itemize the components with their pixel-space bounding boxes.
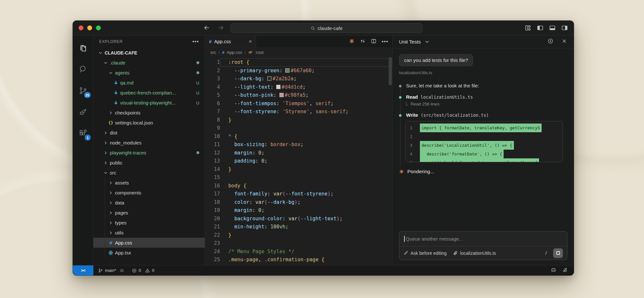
tree-item--claude[interactable]: .claude: [93, 58, 205, 68]
code-line-23: 23: [205, 239, 392, 248]
tree-item-utils[interactable]: utils: [93, 228, 205, 238]
line-number: 1: [406, 124, 415, 132]
close-window-button[interactable]: [79, 25, 83, 30]
code-line-1: 1:root {: [205, 58, 392, 67]
attached-file-chip[interactable]: localizationUtils.ts: [453, 251, 496, 256]
tree-item-app-css[interactable]: #App.css: [93, 238, 205, 248]
tree-item-data[interactable]: data: [93, 198, 205, 208]
tree-item-pages[interactable]: pages: [93, 208, 205, 218]
color-swatch[interactable]: [267, 76, 271, 81]
code-editor[interactable]: 1:root {2 --primary-green: #667a60;3 --d…: [205, 57, 392, 265]
tree-item-qa-md[interactable]: qa.mdU: [93, 78, 205, 88]
activity-item-extensions[interactable]: 1: [76, 126, 90, 141]
breadcrumb-symbol[interactable]: :root: [255, 50, 264, 55]
tree-item-label: CLAUDE-CAFE: [105, 50, 137, 55]
tree-item-label: agents: [115, 70, 129, 75]
tool-read-file: localizationUtils.ts: [421, 94, 473, 100]
stop-button[interactable]: [553, 248, 563, 258]
editor-group: # App.css × •••: [205, 35, 392, 265]
tree-item-label: src: [110, 170, 116, 175]
tree-item-label: visual-testing-playwright...: [120, 100, 176, 105]
line-number: 11: [205, 141, 220, 149]
files-icon: [79, 44, 88, 53]
activity-item-search[interactable]: [76, 62, 90, 77]
tree-item-settings-local-json[interactable]: {}settings.local.json: [93, 118, 205, 128]
line-number: 5: [205, 91, 220, 100]
tree-item-agents[interactable]: agents: [93, 68, 205, 78]
line-number: 1: [205, 58, 220, 67]
color-swatch[interactable]: [285, 68, 289, 73]
tool-read-label: Read: [406, 94, 418, 100]
problems-status[interactable]: 0 0: [132, 268, 155, 273]
back-button[interactable]: [203, 24, 210, 33]
branch-status[interactable]: main*: [98, 268, 125, 273]
code-line-19: 19 margin: 0;: [205, 206, 392, 215]
copilot-icon: [551, 267, 556, 273]
toggle-primary-sidebar-button[interactable]: [537, 25, 544, 33]
slash-command-hint: /: [545, 250, 547, 256]
split-editor-button[interactable]: [371, 38, 377, 45]
tree-item-checkpoints[interactable]: checkpoints: [93, 108, 205, 118]
compare-changes-button[interactable]: [360, 38, 366, 45]
tree-item-label: App.tsx: [115, 250, 131, 255]
tree-item-src[interactable]: src: [93, 168, 205, 178]
tree-item-playwright-traces[interactable]: playwright-traces: [93, 148, 205, 158]
color-swatch[interactable]: [279, 93, 284, 97]
breadcrumb-file[interactable]: App.css: [227, 50, 242, 55]
tree-item-types[interactable]: types: [93, 218, 205, 228]
tool-write-step[interactable]: Write (src/test/localization.ts): [399, 112, 567, 118]
toggle-panel-button[interactable]: [549, 25, 556, 33]
tree-item-components[interactable]: components: [93, 188, 205, 198]
tree-item-node-modules[interactable]: node_modules: [93, 138, 205, 148]
forward-button[interactable]: [217, 24, 224, 33]
claude-action-button[interactable]: [349, 38, 355, 45]
tab-app-css[interactable]: # App.css ×: [205, 35, 256, 47]
tree-item-assets[interactable]: assets: [93, 178, 205, 188]
user-message-bubble: can you add tests for this file?: [399, 54, 473, 66]
tree-item-app-tsx[interactable]: App.tsx: [93, 248, 205, 258]
tree-item-quebec-french-complian-[interactable]: quebec-french-complian...U: [93, 88, 205, 98]
activity-item-run-debug[interactable]: [76, 104, 90, 119]
code-line-7: 7 --font-styrene: 'Styrene', sans-serif;: [205, 108, 392, 116]
tree-item-claude-cafe[interactable]: CLAUDE-CAFE: [93, 48, 205, 58]
explorer-more-actions-button[interactable]: •••: [192, 38, 199, 45]
code-line-5: 5 --button-pink: #c98fa5;: [205, 91, 392, 100]
close-icon: [561, 38, 567, 44]
css-rule-symbol-icon: [248, 50, 253, 55]
breadcrumb-folder[interactable]: src: [210, 50, 216, 55]
tool-read-step[interactable]: Read localizationUtils.ts Read 256 lines: [399, 94, 567, 106]
chat-input[interactable]: Queue another message...: [399, 232, 567, 246]
remote-indicator[interactable]: ><: [73, 265, 93, 275]
toggle-secondary-sidebar-button[interactable]: [561, 25, 568, 33]
editor-scrollbar[interactable]: [389, 57, 392, 85]
tree-item-visual-testing-playwright-[interactable]: visual-testing-playwright...U: [93, 98, 205, 108]
titlebar[interactable]: claude-cafe: [73, 21, 574, 35]
minimize-window-button[interactable]: [87, 25, 92, 30]
tree-item-label: qa.md: [120, 80, 134, 85]
panel-close-button[interactable]: [561, 38, 567, 45]
tree-item-label: utils: [115, 230, 124, 235]
tree-item-dist[interactable]: dist: [93, 128, 205, 138]
code-line-2: 2 --primary-green: #667a60;: [205, 67, 392, 75]
activity-item-explorer[interactable]: [76, 41, 90, 55]
editor-more-actions-button[interactable]: •••: [382, 38, 388, 45]
source-control-badge: 25: [84, 92, 90, 98]
tree-item-public[interactable]: public: [93, 158, 205, 168]
color-swatch[interactable]: [276, 85, 280, 89]
copilot-status-button[interactable]: [551, 267, 556, 274]
tab-close-icon[interactable]: ×: [249, 39, 252, 45]
chevron-down-icon[interactable]: [424, 39, 430, 45]
activity-item-source-control[interactable]: 25: [76, 83, 90, 98]
zoom-window-button[interactable]: [96, 25, 101, 30]
feedback-button[interactable]: [547, 38, 554, 45]
customize-layout-button[interactable]: [525, 25, 531, 33]
panel-right-icon: [561, 25, 568, 31]
git-modified-dot: [196, 71, 205, 74]
line-number: 3: [406, 141, 415, 150]
notifications-button[interactable]: [562, 267, 568, 274]
chevron-down-icon: [102, 60, 109, 66]
diff-code-block[interactable]: 1import { formatDate, translateKey, getC…: [405, 121, 563, 162]
json-file-icon: {}: [108, 120, 114, 126]
edit-mode-selector[interactable]: Ask before editing: [403, 251, 447, 256]
command-center-search[interactable]: claude-cafe: [231, 23, 422, 33]
